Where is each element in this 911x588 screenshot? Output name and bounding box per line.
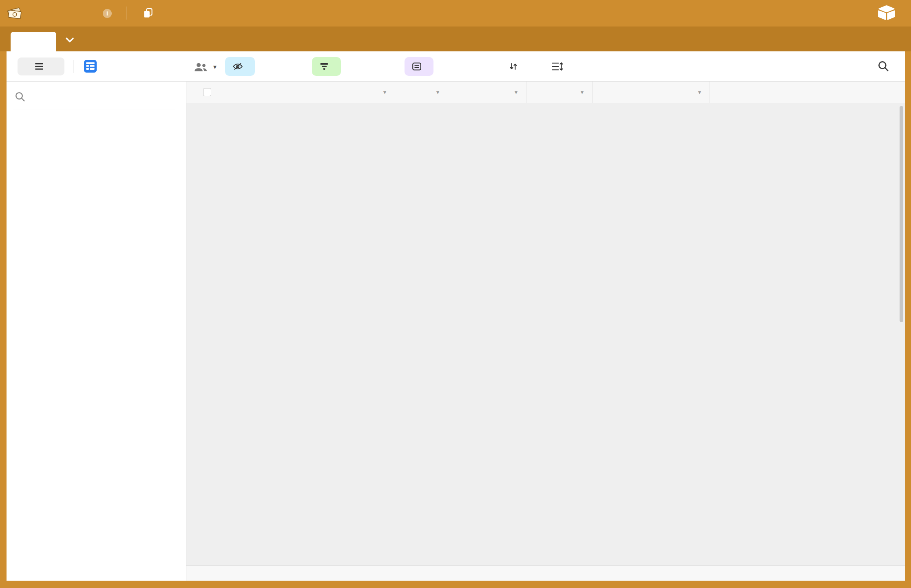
find-view-search[interactable] bbox=[15, 88, 178, 105]
tab-budget[interactable] bbox=[11, 32, 56, 51]
search-icon[interactable] bbox=[878, 60, 889, 72]
view-toolbar: ▼ bbox=[7, 51, 905, 82]
column-chevron-icon[interactable]: ▾ bbox=[515, 82, 517, 103]
column-chevron-icon[interactable]: ▾ bbox=[581, 82, 584, 103]
base-emoji-icon bbox=[7, 5, 23, 21]
grouped-records-icon bbox=[412, 62, 421, 71]
column-separator bbox=[526, 82, 526, 103]
summary-bar bbox=[186, 565, 905, 581]
views-button[interactable] bbox=[18, 57, 64, 75]
column-chevron-icon[interactable]: ▾ bbox=[436, 82, 439, 103]
sort-icon bbox=[509, 62, 517, 71]
vertical-scrollbar[interactable] bbox=[900, 106, 903, 322]
top-bar: i bbox=[0, 0, 911, 27]
info-icon[interactable]: i bbox=[103, 9, 112, 18]
grid-canvas bbox=[186, 103, 905, 565]
column-separator bbox=[592, 82, 593, 103]
column-separator bbox=[448, 82, 448, 103]
view-options-chevron-icon[interactable]: ▼ bbox=[212, 64, 218, 70]
tab-list-chevron-icon[interactable] bbox=[64, 34, 76, 46]
select-all-checkbox[interactable] bbox=[203, 88, 211, 96]
filter-icon bbox=[320, 63, 329, 70]
table-tab-strip bbox=[0, 27, 911, 51]
sort-button[interactable] bbox=[509, 57, 522, 76]
views-sidebar bbox=[7, 82, 186, 581]
sidebar-divider bbox=[13, 110, 175, 110]
search-icon bbox=[15, 91, 25, 102]
column-header-row: ▾ ▾ ▾ ▾ ▾ bbox=[186, 82, 905, 103]
grid-area: ▾ ▾ ▾ ▾ ▾ bbox=[186, 82, 905, 581]
grid-view-icon bbox=[84, 60, 97, 73]
column-chevron-icon[interactable]: ▾ bbox=[383, 82, 386, 103]
footer-amount-summary[interactable] bbox=[492, 566, 586, 581]
collaborators-icon[interactable] bbox=[194, 62, 207, 72]
airtable-logo[interactable] bbox=[878, 5, 900, 20]
copy-icon bbox=[144, 8, 153, 18]
frozen-column-separator bbox=[395, 82, 395, 581]
group-button[interactable] bbox=[405, 57, 433, 76]
footer-rate-summary[interactable] bbox=[349, 566, 441, 581]
column-separator bbox=[710, 82, 710, 103]
find-view-input[interactable] bbox=[33, 91, 155, 102]
footer-total-summary[interactable] bbox=[594, 566, 703, 581]
topbar-divider bbox=[126, 7, 126, 20]
airtable-app: i bbox=[0, 0, 911, 588]
hamburger-icon bbox=[35, 63, 43, 70]
column-chevron-icon[interactable]: ▾ bbox=[698, 82, 701, 103]
toolbar-divider bbox=[73, 60, 73, 73]
airtable-mark-icon bbox=[878, 5, 896, 20]
hidden-fields-button[interactable] bbox=[225, 57, 255, 76]
copy-base-button[interactable] bbox=[144, 6, 157, 20]
filter-button[interactable] bbox=[312, 57, 341, 76]
eye-slash-icon bbox=[233, 62, 243, 71]
row-height-icon[interactable] bbox=[552, 62, 563, 71]
